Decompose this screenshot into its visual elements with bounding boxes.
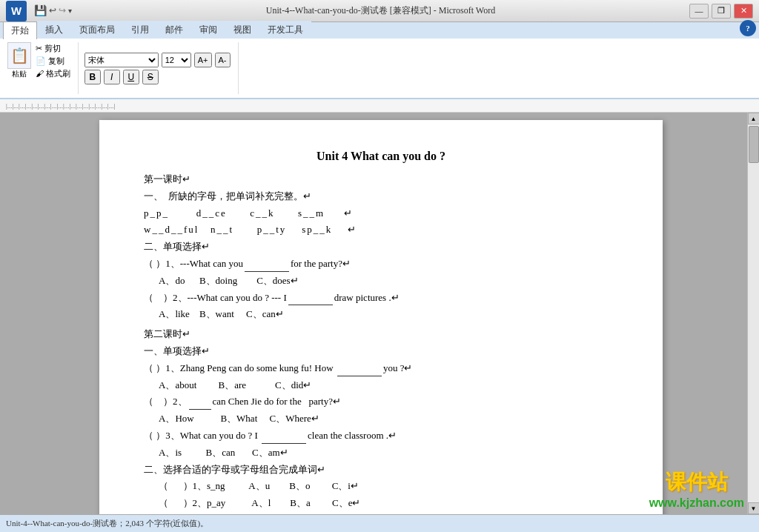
bold-button[interactable]: B xyxy=(84,70,101,84)
section2-sub2: 二、选择合适的字母或字母组合完成单词↵ xyxy=(144,462,618,478)
cut-button[interactable]: ✂ 剪切 xyxy=(36,43,70,54)
scrollbar[interactable]: ▲ ▼ xyxy=(747,113,759,514)
tab-start[interactable]: 开始 xyxy=(3,21,37,39)
font-select[interactable]: 宋体 xyxy=(84,53,159,67)
q1-options: A、do B、doing C、does↵ xyxy=(144,273,618,289)
help-button[interactable]: ? xyxy=(740,20,756,36)
section2-sub1: 一、单项选择↵ xyxy=(144,344,618,359)
s2-q2-text: （ ）2、can Chen Jie do for the party?↵ xyxy=(144,394,618,410)
s2-fill2: （ ）2、p_ay A、l B、a C、e↵ xyxy=(144,496,618,511)
left-margin xyxy=(0,113,15,514)
grow-font-button[interactable]: A+ xyxy=(194,53,212,67)
watermark-title: 课件站 xyxy=(649,468,744,496)
clipboard-group: 📋 粘贴 ✂ 剪切 📄 复制 🖌 格式刷 xyxy=(7,42,79,94)
s2-q2-options: A、How B、What C、Where↵ xyxy=(144,411,618,427)
s2-fill1: （ ）1、s_ng A、u B、o C、i↵ xyxy=(144,479,618,494)
font-size-select[interactable]: 12 xyxy=(162,53,191,67)
strikethrough-button[interactable]: S xyxy=(142,70,159,84)
ribbon-tabs: 开始 插入 页面布局 引用 邮件 审阅 视图 开发工具 ? xyxy=(0,22,759,39)
close-button[interactable]: ✕ xyxy=(734,4,753,19)
underline-button[interactable]: U xyxy=(123,70,139,84)
doc-area: Unit 4 What can you do ? 第一课时↵ 一、 所缺的字母，… xyxy=(0,113,759,514)
tab-insert[interactable]: 插入 xyxy=(37,21,71,39)
tab-mail[interactable]: 邮件 xyxy=(157,21,191,39)
s2-q1-text: （ ）1、Zhang Peng can do some kung fu! How… xyxy=(144,361,618,376)
shrink-font-button[interactable]: A- xyxy=(215,53,231,67)
section1-label: 第一课时↵ xyxy=(144,172,618,187)
redo-icon[interactable]: ↪ xyxy=(59,5,66,16)
window-title: Unit-4--What-can-you-do-测试卷 [兼容模式] - Mic… xyxy=(72,4,689,17)
tab-view[interactable]: 视图 xyxy=(225,21,259,39)
minimize-button[interactable]: — xyxy=(689,4,709,19)
status-text: Unit-4--What-can-you-do-测试卷；2,043 个字符(近似… xyxy=(6,518,208,529)
save-icon[interactable]: 💾 xyxy=(34,4,47,17)
section2-label: 第二课时↵ xyxy=(144,327,618,342)
scroll-down-button[interactable]: ▼ xyxy=(748,502,760,514)
format-painter-button[interactable]: 🖌 格式刷 xyxy=(36,68,70,79)
vocab-line1: p_p_ d__ce c__k s__m ↵ xyxy=(144,206,618,222)
scroll-thumb[interactable] xyxy=(749,126,759,163)
italic-button[interactable]: I xyxy=(104,70,120,84)
watermark: 课件站 www.kjzhan.com xyxy=(649,468,744,510)
s2-q3-options: A、is B、can C、am↵ xyxy=(144,445,618,461)
status-bar: Unit-4--What-can-you-do-测试卷；2,043 个字符(近似… xyxy=(0,514,759,532)
paste-button[interactable]: 📋 粘贴 xyxy=(7,42,31,79)
vocab-line2: w__d__ful n__t p__ty sp__k ↵ xyxy=(144,222,618,238)
ribbon-content: 📋 粘贴 ✂ 剪切 📄 复制 🖌 格式刷 宋体 12 A+ A- B I U xyxy=(0,39,759,99)
tab-dev[interactable]: 开发工具 xyxy=(259,21,311,39)
section1-sub1: 一、 所缺的字母，把单词补充完整。↵ xyxy=(144,189,618,205)
restore-button[interactable]: ❐ xyxy=(712,4,731,19)
font-group: 宋体 12 A+ A- B I U S xyxy=(84,42,239,94)
s2-fill3: （ ）3、d_nce A、a B、o C、e↵ xyxy=(144,513,618,514)
tab-reference[interactable]: 引用 xyxy=(123,21,157,39)
word-icon: W xyxy=(6,1,27,21)
tab-page-layout[interactable]: 页面布局 xyxy=(71,21,123,39)
q1-text: （ ）1、---What can youfor the party?↵ xyxy=(144,256,618,272)
doc-scroll[interactable]: Unit 4 What can you do ? 第一课时↵ 一、 所缺的字母，… xyxy=(15,113,747,514)
q2-options: A、like B、want C、can↵ xyxy=(144,307,618,322)
tab-review[interactable]: 审阅 xyxy=(191,21,225,39)
document-page: Unit 4 What can you do ? 第一课时↵ 一、 所缺的字母，… xyxy=(99,120,663,514)
undo-icon[interactable]: ↩ xyxy=(49,5,56,16)
scroll-up-button[interactable]: ▲ xyxy=(748,113,760,124)
doc-title: Unit 4 What can you do ? xyxy=(144,150,618,163)
q2-text: （ ）2、---What can you do ? --- Idraw pict… xyxy=(144,290,618,306)
copy-button[interactable]: 📄 复制 xyxy=(36,56,70,67)
ruler: |...|...|...|...|...|...|...|...|...|...… xyxy=(0,99,759,113)
watermark-url: www.kjzhan.com xyxy=(649,496,744,510)
s2-q3-text: （ ）3、What can you do ? I clean the class… xyxy=(144,428,618,444)
window-controls[interactable]: — ❐ ✕ xyxy=(689,4,753,19)
s2-q1-options: A、about B、are C、did↵ xyxy=(144,378,618,393)
title-bar-left: W 💾 ↩ ↪ ▾ xyxy=(6,1,72,21)
title-bar: W 💾 ↩ ↪ ▾ Unit-4--What-can-you-do-测试卷 [兼… xyxy=(0,0,759,22)
section1-sub2: 二、单项选择↵ xyxy=(144,239,618,255)
scroll-track xyxy=(748,124,759,502)
